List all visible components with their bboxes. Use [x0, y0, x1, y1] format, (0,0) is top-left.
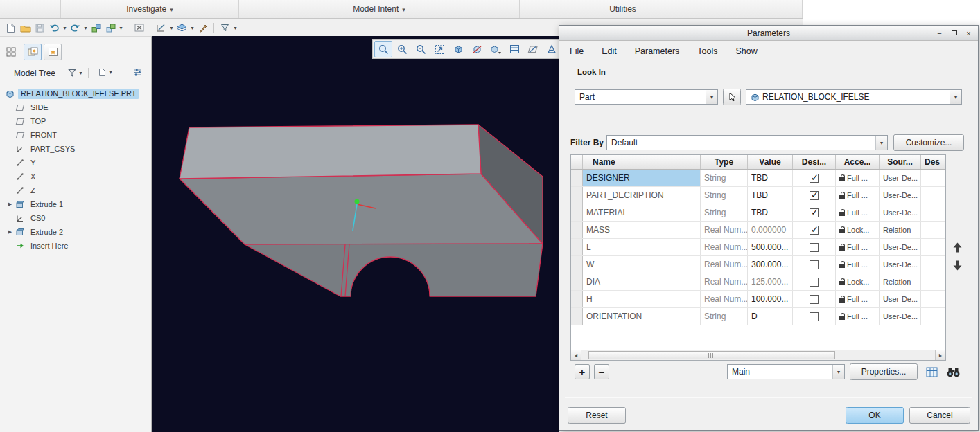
- measure-dropdown-arrow[interactable]: ▾: [168, 25, 175, 31]
- find-parameter-button[interactable]: [943, 363, 963, 380]
- menu-parameters[interactable]: Parameters: [635, 46, 680, 56]
- expand-arrow-icon[interactable]: ▶: [6, 229, 14, 235]
- tree-item-datum-plane[interactable]: FRONT: [0, 128, 151, 142]
- close-button[interactable]: ×: [963, 28, 974, 38]
- designate-checkbox[interactable]: [810, 295, 819, 304]
- table-row[interactable]: DESIGNER String TBD Full ... User-De...: [571, 170, 945, 187]
- redo-button[interactable]: [68, 21, 82, 35]
- table-row[interactable]: W Real Num... 300.000... Full ... User-D…: [571, 256, 945, 273]
- regenerate-options-button[interactable]: [103, 21, 118, 35]
- regenerate-dropdown-arrow[interactable]: ▾: [118, 25, 124, 31]
- column-header-access[interactable]: Acce...: [836, 155, 880, 169]
- tree-item-extrude[interactable]: ▶ Extrude 2: [0, 225, 151, 239]
- look-in-object-dropdown[interactable]: RELATION_BLOCK_IFELSE ▾: [746, 89, 962, 105]
- reset-button[interactable]: Reset: [568, 407, 626, 424]
- tree-settings-button[interactable]: [133, 68, 143, 77]
- tree-item-csys[interactable]: PART_CSYS: [0, 142, 151, 156]
- selection-filter-button[interactable]: [218, 21, 232, 35]
- horizontal-scrollbar[interactable]: ◄ ►: [571, 350, 945, 360]
- scroll-left-arrow[interactable]: ◄: [571, 350, 581, 360]
- ribbon-group-utilities[interactable]: Utilities: [520, 0, 726, 18]
- table-row[interactable]: MASS Real Num... 0.000000 Lock... Relati…: [571, 222, 945, 239]
- graphics-area[interactable]: [152, 36, 559, 432]
- navigator-grid-button[interactable]: [4, 45, 18, 59]
- model-tree-tab-button[interactable]: [24, 44, 42, 60]
- parameter-table-button[interactable]: [923, 364, 940, 379]
- row-selector-cell[interactable]: [571, 273, 583, 290]
- tree-item-axis[interactable]: Z: [0, 183, 151, 197]
- regenerate-button[interactable]: [89, 21, 103, 35]
- tree-item-part-root[interactable]: RELATION_BLOCK_IFELSE.PRT: [0, 87, 151, 100]
- name-cell[interactable]: W: [583, 256, 701, 273]
- scroll-right-arrow[interactable]: ►: [935, 350, 945, 360]
- menu-show[interactable]: Show: [736, 46, 758, 56]
- table-row[interactable]: PART_DECRIPTION String TBD Full ... User…: [571, 187, 945, 204]
- name-cell[interactable]: DESIGNER: [583, 170, 701, 186]
- table-row[interactable]: MATERIAL String TBD Full ... User-De...: [571, 204, 945, 222]
- filter-dropdown[interactable]: Default ▾: [606, 135, 888, 150]
- delete-parameter-button[interactable]: −: [594, 364, 609, 379]
- dropdown-button[interactable]: ▾: [950, 90, 961, 104]
- column-header-source[interactable]: Sour...: [880, 155, 921, 169]
- minimize-button[interactable]: −: [934, 28, 945, 38]
- zoom-in-button[interactable]: [393, 41, 411, 57]
- cancel-button[interactable]: Cancel: [909, 407, 970, 424]
- analysis-measure-button[interactable]: [154, 21, 168, 35]
- value-cell[interactable]: TBD: [748, 204, 793, 221]
- tree-item-axis[interactable]: X: [0, 170, 151, 183]
- column-header-designate[interactable]: Desi...: [793, 155, 836, 169]
- look-in-context-dropdown[interactable]: Part ▾: [575, 89, 718, 105]
- table-row[interactable]: H Real Num... 100.000... Full ... User-D…: [571, 291, 945, 308]
- name-cell[interactable]: H: [583, 291, 701, 307]
- pick-object-button[interactable]: [723, 89, 741, 105]
- row-selector-cell[interactable]: [571, 256, 583, 273]
- designate-checkbox[interactable]: [810, 278, 819, 287]
- undo-dropdown-arrow[interactable]: ▾: [62, 25, 68, 31]
- display-style-button[interactable]: [449, 41, 467, 57]
- value-cell[interactable]: 100.000...: [748, 291, 793, 307]
- row-selector-cell[interactable]: [571, 222, 583, 238]
- column-header-description[interactable]: Des: [921, 155, 945, 169]
- undo-button[interactable]: [47, 21, 62, 35]
- parameter-set-dropdown[interactable]: Main ▾: [727, 364, 845, 379]
- expand-arrow-icon[interactable]: ▶: [6, 201, 14, 207]
- menu-tools[interactable]: Tools: [697, 46, 717, 56]
- value-cell[interactable]: 500.000...: [748, 239, 793, 255]
- layers-button[interactable]: [175, 21, 189, 35]
- dialog-title-bar[interactable]: Parameters − ×: [559, 26, 978, 41]
- designate-checkbox[interactable]: [810, 312, 819, 321]
- row-selector-cell[interactable]: [571, 291, 583, 307]
- row-selector-cell[interactable]: [571, 239, 583, 255]
- appearance-gallery-button[interactable]: [195, 21, 210, 35]
- dropdown-button[interactable]: ▾: [706, 90, 717, 104]
- designate-checkbox[interactable]: [810, 174, 819, 183]
- ok-button[interactable]: OK: [846, 407, 904, 424]
- column-header-type[interactable]: Type: [701, 155, 748, 169]
- tree-item-extrude[interactable]: ▶ Extrude 1: [0, 197, 151, 211]
- row-selector-cell[interactable]: [571, 170, 583, 186]
- name-cell[interactable]: DIA: [583, 273, 701, 290]
- value-cell[interactable]: D: [748, 308, 793, 325]
- close-window-button[interactable]: [132, 21, 146, 35]
- designate-checkbox[interactable]: [810, 260, 819, 269]
- value-cell[interactable]: 0.000000: [748, 222, 793, 238]
- open-file-button[interactable]: [18, 21, 33, 35]
- properties-button[interactable]: Properties...: [850, 363, 918, 380]
- layers-dropdown-arrow[interactable]: ▾: [189, 25, 195, 31]
- column-header-name[interactable]: Name: [583, 155, 701, 169]
- tree-item-insert-here[interactable]: Insert Here: [0, 239, 151, 253]
- table-row[interactable]: L Real Num... 500.000... Full ... User-D…: [571, 239, 945, 256]
- saved-orientations-button[interactable]: [487, 41, 505, 57]
- value-cell[interactable]: TBD: [748, 187, 793, 204]
- value-cell[interactable]: 125.000...: [748, 273, 793, 290]
- new-file-button[interactable]: [3, 21, 18, 35]
- dropdown-button[interactable]: ▾: [875, 136, 887, 150]
- datum-display-button[interactable]: [524, 41, 542, 57]
- tree-item-axis[interactable]: Y: [0, 156, 151, 170]
- maximize-button[interactable]: [948, 28, 960, 38]
- value-cell[interactable]: TBD: [748, 170, 793, 186]
- filter-dropdown-arrow[interactable]: ▾: [232, 25, 238, 31]
- value-cell[interactable]: 300.000...: [748, 256, 793, 273]
- name-cell[interactable]: PART_DECRIPTION: [583, 187, 701, 204]
- row-selector-cell[interactable]: [571, 308, 583, 325]
